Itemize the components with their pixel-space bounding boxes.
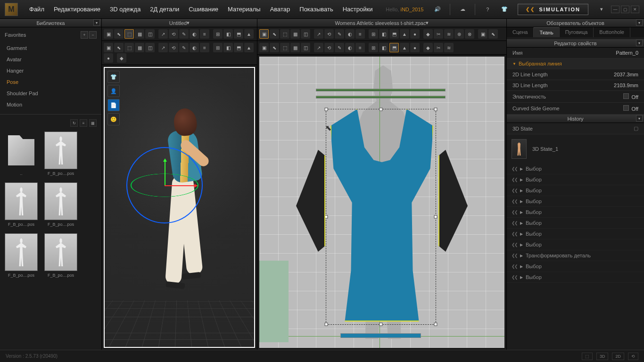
shirt-icon[interactable]: 👕 (500, 5, 509, 14)
tool-button[interactable]: ≋ (444, 29, 454, 39)
list-view-icon[interactable]: ≡ (80, 119, 87, 127)
show-skin-icon[interactable]: 🙂 (107, 113, 120, 125)
prop-name-value[interactable]: Pattern_0 (616, 50, 638, 56)
library-item-hanger[interactable]: Hanger (0, 65, 101, 76)
tool-button[interactable]: ≡ (355, 29, 365, 39)
tool-button[interactable]: ◐ (190, 43, 199, 52)
tool-button[interactable]: ● (410, 29, 420, 39)
tab-Пуговица[interactable]: Пуговица (560, 27, 594, 37)
tool-button[interactable]: ▦ (135, 29, 144, 39)
tool-button[interactable]: ▦ (135, 43, 144, 52)
property-row[interactable]: 2D Line Length2037.3mm (507, 69, 644, 80)
history-item[interactable]: ❮❮▶Выбор (507, 261, 644, 272)
tool-button[interactable]: ↗ (158, 29, 168, 39)
panel-options-icon[interactable]: ▾ (636, 40, 643, 46)
cloud-icon[interactable]: ☁ (458, 5, 467, 14)
menu-Материалы[interactable]: Материалы (223, 3, 265, 16)
tool-button[interactable]: ◫ (301, 29, 310, 39)
history-item[interactable]: ❮❮▶Выбор (507, 196, 644, 207)
tool-button[interactable]: ⬒ (234, 29, 243, 39)
history-item[interactable]: ❮❮▶Выбор (507, 185, 644, 196)
tool-button[interactable]: ⬒ (389, 43, 399, 52)
menu-3D одежда[interactable]: 3D одежда (105, 3, 145, 16)
tool-button[interactable]: ▣ (478, 29, 487, 39)
tool-button[interactable]: ⊞ (369, 43, 378, 52)
tool-button[interactable]: ● (104, 53, 113, 63)
tool-button[interactable]: ✎ (179, 29, 189, 39)
tool-button[interactable]: ◧ (223, 43, 233, 52)
tool-button[interactable]: ⬉ (114, 43, 124, 52)
viewport-2d-canvas[interactable]: ⬉ (259, 57, 504, 348)
tool-button[interactable]: ▣ (259, 43, 269, 52)
sound-icon[interactable]: 🔊 (433, 5, 442, 14)
simulation-button[interactable]: ❮❮ SIMULATION (518, 4, 588, 15)
view-2d-button[interactable]: 2D (612, 353, 624, 360)
minimize-button[interactable]: — (611, 6, 619, 13)
tool-button[interactable]: ⊞ (213, 29, 223, 39)
tool-button[interactable]: ✂ (434, 29, 443, 39)
library-item-garment[interactable]: Garment (0, 42, 101, 54)
transform-gizmo[interactable] (122, 143, 207, 228)
history-item[interactable]: ❮❮▶Выбор (507, 218, 644, 229)
panel-options-icon[interactable]: ▾ (93, 19, 100, 26)
history-item[interactable]: ❮❮▶Выбор (507, 174, 644, 185)
tool-button[interactable]: ≡ (355, 43, 365, 52)
tool-button[interactable]: ⬚ (124, 29, 134, 39)
pattern-main[interactable] (330, 109, 433, 321)
history-item[interactable]: ❮❮▶Выбор (507, 164, 644, 174)
viewport-3d-canvas[interactable]: 👕 👤 📄 🙂 (104, 67, 255, 348)
menu-Настройки[interactable]: Настройки (338, 3, 378, 16)
menu-Редактирование[interactable]: Редактирование (49, 3, 105, 16)
tool-button[interactable]: ◆ (423, 29, 433, 39)
panel-options-icon[interactable]: ▾ (636, 19, 643, 26)
add-favorite-button[interactable]: + (81, 31, 88, 39)
tool-button[interactable]: ▦ (290, 43, 300, 52)
tool-button[interactable]: ▣ (104, 43, 113, 52)
menu-Сшивание[interactable]: Сшивание (184, 3, 223, 16)
state-thumbnail[interactable] (512, 139, 527, 159)
tool-button[interactable]: ⬚ (280, 43, 289, 52)
tool-button[interactable]: ◐ (190, 29, 199, 39)
tool-button[interactable]: ◆ (423, 43, 433, 52)
help-icon[interactable]: ? (483, 5, 492, 14)
menu-2Д детали[interactable]: 2Д детали (145, 3, 184, 16)
show-arrangement-icon[interactable]: 📄 (107, 99, 120, 111)
tab-Buttonhole[interactable]: Buttonhole (594, 27, 630, 37)
tool-button[interactable]: ⬉ (488, 29, 498, 39)
tool-button[interactable]: ⬒ (234, 43, 243, 52)
tool-button[interactable]: ⟲ (324, 43, 334, 52)
remove-favorite-button[interactable]: − (89, 31, 97, 39)
tool-button[interactable]: ⬚ (280, 29, 289, 39)
state-expand-icon[interactable]: ▢ (634, 125, 638, 132)
grid-view-icon[interactable]: ▦ (89, 119, 97, 127)
tool-button[interactable]: ⟲ (169, 43, 178, 52)
tool-button[interactable]: ⬒ (389, 29, 399, 39)
pose-thumbnail[interactable]: F_B_po....pos (5, 233, 38, 278)
menu-Показывать[interactable]: Показывать (295, 3, 338, 16)
viewport-2d-menu-icon[interactable]: ▾ (426, 20, 429, 26)
tool-button[interactable]: ▲ (244, 29, 254, 39)
library-item-shoulder-pad[interactable]: Shoulder Pad (0, 88, 101, 99)
tool-button[interactable]: ≡ (200, 43, 209, 52)
pose-thumbnail[interactable]: .. (5, 132, 38, 176)
tool-button[interactable]: ✎ (179, 43, 189, 52)
history-item[interactable]: ❮❮▶Выбор (507, 207, 644, 218)
tool-button[interactable]: ◫ (145, 43, 155, 52)
pose-thumbnail[interactable]: F_B_po....pos (44, 182, 77, 227)
close-button[interactable]: ✕ (631, 6, 639, 13)
tool-button[interactable]: ⊞ (369, 29, 378, 39)
view-3d-button[interactable]: 3D (596, 353, 609, 360)
tool-button[interactable]: ⊕ (454, 29, 464, 39)
library-item-avatar[interactable]: Avatar (0, 54, 101, 65)
pattern-strip[interactable] (316, 89, 446, 91)
tool-button[interactable]: ↗ (158, 43, 168, 52)
tool-button[interactable]: ⬚ (124, 43, 134, 52)
property-row[interactable]: 3D Line Length2103.9mm (507, 80, 644, 91)
property-row[interactable]: ЭластичностьOff (507, 91, 644, 103)
tool-button[interactable]: ✎ (335, 43, 344, 52)
library-item-pose[interactable]: Pose (0, 76, 101, 88)
tool-button[interactable]: ◆ (117, 53, 126, 63)
library-item-motion[interactable]: Motion (0, 99, 101, 110)
show-avatar-icon[interactable]: 👤 (107, 85, 120, 97)
pattern-strip[interactable] (316, 96, 446, 99)
